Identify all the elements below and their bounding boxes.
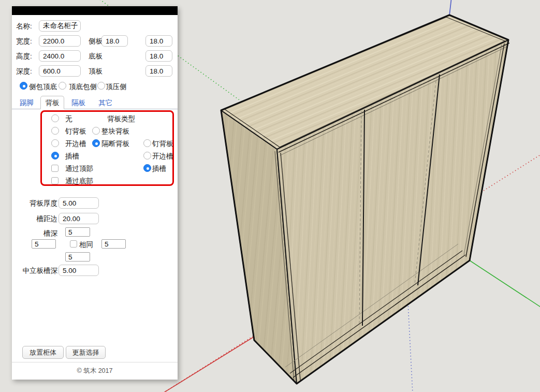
checkbox-through-bottom-label: 通过底部 bbox=[65, 177, 93, 186]
width-label: 宽度: bbox=[16, 37, 32, 46]
radio-partition-slot[interactable] bbox=[143, 164, 151, 172]
groove-edge-label: 槽距边 bbox=[16, 214, 57, 224]
bottom-panel-label: 底板 bbox=[89, 52, 103, 61]
radio-topbottom-wraps-side-label: 顶底包侧 bbox=[69, 82, 97, 92]
radio-back-none-label: 无 bbox=[65, 114, 72, 124]
checkbox-through-top[interactable] bbox=[51, 165, 59, 172]
tab-other[interactable]: 其它 bbox=[98, 98, 112, 108]
radio-back-partition[interactable] bbox=[92, 139, 100, 147]
radio-top-presses-side[interactable] bbox=[97, 82, 105, 90]
radio-side-wraps-topbottom-label: 侧包顶底 bbox=[29, 82, 57, 92]
height-input[interactable] bbox=[39, 50, 81, 62]
mid-panel-groove-depth-label: 中立板槽深 bbox=[16, 266, 57, 275]
same-checkbox[interactable] bbox=[70, 240, 77, 248]
radio-side-wraps-topbottom[interactable] bbox=[20, 82, 27, 90]
groove-depth-right-input[interactable] bbox=[101, 239, 126, 249]
radio-back-whole-label: 整块背板 bbox=[101, 127, 129, 136]
back-thickness-input[interactable] bbox=[59, 197, 99, 209]
radio-back-slot[interactable] bbox=[51, 152, 59, 159]
name-label: 名称: bbox=[16, 22, 32, 31]
bottom-panel-input[interactable] bbox=[145, 50, 172, 62]
side-panel-label: 侧板 bbox=[89, 37, 103, 46]
update-selection-button[interactable]: 更新选择 bbox=[66, 346, 106, 359]
radio-back-edge-groove[interactable] bbox=[51, 139, 59, 147]
groove-depth-label: 槽深 bbox=[16, 229, 57, 238]
groove-depth-left-input[interactable] bbox=[32, 239, 56, 249]
tab-back-panel[interactable]: 背板 bbox=[40, 96, 64, 109]
radio-back-nail[interactable] bbox=[51, 127, 59, 135]
top-panel-label: 顶板 bbox=[89, 67, 103, 76]
radio-partition-nail-label: 钉背板 bbox=[152, 139, 173, 149]
back-thickness-label: 背板厚度 bbox=[16, 199, 57, 208]
groove-depth-bottom-input[interactable] bbox=[65, 252, 90, 262]
checkbox-through-bottom[interactable] bbox=[51, 177, 59, 184]
top-panel-input[interactable] bbox=[145, 65, 172, 77]
depth-label: 深度: bbox=[16, 67, 32, 76]
radio-partition-edge-groove-label: 开边槽 bbox=[152, 152, 173, 161]
tab-shelf[interactable]: 隔板 bbox=[71, 98, 85, 108]
name-input[interactable] bbox=[39, 20, 81, 32]
radio-back-whole[interactable] bbox=[92, 127, 100, 135]
groove-edge-input[interactable] bbox=[59, 213, 99, 224]
dialog-title-bar[interactable] bbox=[12, 6, 178, 15]
tab-bar: 踢脚 背板 隔板 其它 bbox=[12, 96, 178, 109]
back-type-group-label: 背板类型 bbox=[107, 114, 135, 124]
radio-partition-slot-label: 插槽 bbox=[152, 164, 166, 173]
radio-topbottom-wraps-side[interactable] bbox=[59, 82, 66, 90]
copyright-text: © 筑木 2017 bbox=[12, 367, 178, 375]
place-cabinet-button[interactable]: 放置柜体 bbox=[22, 346, 64, 359]
radio-back-nail-label: 钉背板 bbox=[65, 127, 86, 136]
height-label: 高度: bbox=[16, 52, 32, 61]
groove-depth-top-input[interactable] bbox=[65, 227, 90, 237]
width-input[interactable] bbox=[39, 35, 81, 47]
radio-back-slot-label: 插槽 bbox=[65, 152, 79, 161]
radio-partition-edge-groove[interactable] bbox=[143, 152, 151, 159]
radio-back-edge-groove-label: 开边槽 bbox=[65, 139, 86, 149]
mid-panel-groove-depth-input[interactable] bbox=[59, 265, 99, 276]
radio-back-partition-label: 隔断背板 bbox=[101, 139, 129, 149]
side-panel-input[interactable] bbox=[101, 35, 128, 47]
radio-back-none[interactable] bbox=[51, 114, 59, 122]
tab-kickboard[interactable]: 踢脚 bbox=[20, 98, 34, 108]
radio-partition-nail[interactable] bbox=[143, 139, 151, 147]
radio-top-presses-side-label: 顶压侧 bbox=[106, 82, 127, 92]
depth-input[interactable] bbox=[39, 65, 81, 77]
footer-divider bbox=[12, 362, 178, 362]
checkbox-through-top-label: 通过顶部 bbox=[65, 164, 93, 173]
side-panel-input-2[interactable] bbox=[145, 35, 172, 47]
cabinet-plugin-dialog: 名称: 宽度: 侧板 高度: 底板 深度: 顶板 侧包顶底 顶底包侧 顶压侧 踢… bbox=[12, 6, 178, 380]
same-checkbox-label: 相同 bbox=[79, 240, 93, 250]
